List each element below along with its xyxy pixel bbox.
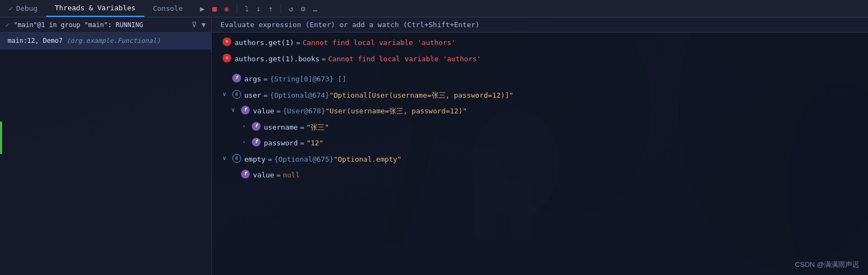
var-op-empty: = [268, 154, 272, 165]
check-icon: ✓ [9, 4, 13, 12]
var-op-username: = [300, 122, 305, 133]
mute-icon[interactable]: ◉ [222, 3, 231, 14]
left-panel: ✓ "main"@1 in group "main": RUNNING ⊽ ▼ … [0, 17, 212, 275]
thread-label: "main"@1 in group "main": RUNNING [14, 21, 143, 29]
step-over-icon[interactable]: ⤵ [243, 3, 251, 14]
tab-bar: ✓ Debug Threads & Variables Console [0, 0, 191, 17]
running-check-icon: ✓ [5, 21, 9, 29]
var-value-value: {User@678} [283, 106, 325, 117]
var-name-value: value [253, 106, 274, 117]
more-icon[interactable]: … [311, 3, 320, 14]
var-op-password: = [300, 138, 305, 149]
var-name-1: authors.get(1) [235, 37, 294, 48]
var-list: ✕ authors.get(1) = Cannot find local var… [212, 33, 868, 186]
var-value-user-str: "Optional[User(username=张三, password=12)… [330, 90, 514, 101]
var-name-null: value [253, 170, 274, 181]
var-row: › f args = {String[0]@673} [] [212, 71, 868, 87]
var-name-empty: empty [244, 154, 265, 165]
var-row: ∨ ≡ user = {Optional@674} "Optional[User… [212, 87, 868, 104]
dropdown-arrow-icon[interactable]: ▼ [201, 21, 206, 29]
var-value-empty: {Optional@675} [274, 154, 334, 165]
var-op-2: = [322, 54, 326, 65]
var-row: ✕ authors.get(1).books = Cannot find loc… [212, 51, 868, 67]
var-value-value-str: "User(username=张三, password=12)" [325, 106, 467, 117]
f-icon-null: f [241, 170, 250, 178]
var-value-args: {String[0]@673} [] [270, 74, 346, 85]
frame-item[interactable]: main:12, Demo7 (org.example.Functional) [0, 33, 211, 49]
frame-text: main:12, Demo7 (org.example.Functional) [8, 37, 161, 44]
step-out-icon[interactable]: ↑ [266, 3, 275, 14]
var-value-username: "张三" [306, 122, 329, 133]
var-row: ∨ f value = {User@678} "User(username=张三… [212, 103, 868, 119]
f-icon-value: f [241, 106, 250, 114]
var-name-username: username [264, 122, 298, 133]
debug-toolbar: ▶ ■ ◉ ⤵ ↓ ↑ ↺ ⚙ … [191, 3, 326, 14]
var-op-null: = [276, 170, 281, 181]
var-error-2: Cannot find local variable 'authors' [328, 54, 481, 65]
expand-password-icon[interactable]: › [242, 138, 249, 147]
separator-1 [237, 4, 237, 13]
var-op-1: = [296, 37, 301, 48]
stop-icon[interactable]: ■ [210, 3, 219, 14]
tab-threads[interactable]: Threads & Variables [46, 0, 144, 17]
thread-selector[interactable]: ✓ "main"@1 in group "main": RUNNING ⊽ ▼ [0, 17, 211, 33]
toolbar: ✓ Debug Threads & Variables Console ▶ ■ … [0, 0, 868, 17]
var-op-args: = [263, 74, 268, 85]
watermark: CSDN @满满雨声迟 [795, 260, 859, 270]
f-icon-args: f [232, 74, 241, 82]
var-value-null: null [283, 170, 300, 181]
list-icon-empty: ≡ [232, 154, 241, 163]
var-error-1: Cannot find local variable 'authors' [302, 37, 455, 48]
tab-debug[interactable]: ✓ Debug [0, 0, 46, 17]
step-into-icon[interactable]: ↓ [254, 3, 263, 14]
f-icon-password: f [252, 138, 261, 146]
expand-username-icon[interactable]: › [242, 122, 249, 131]
tab-console-label: Console [153, 4, 183, 12]
eval-label: Evaluate expression (Enter) or add a wat… [220, 21, 479, 29]
watermark-text: CSDN @满满雨声迟 [795, 260, 859, 268]
var-row: › f password = "12" [212, 135, 868, 151]
expand-value-icon[interactable]: ∨ [231, 106, 238, 115]
var-name-2: authors.get(1).books [235, 54, 320, 65]
error-icon-1: ✕ [223, 37, 231, 46]
frame-class: (org.example.Functional) [66, 37, 160, 44]
var-op-user: = [263, 90, 268, 101]
var-row: › f username = "张三" [212, 119, 868, 136]
resume-icon[interactable]: ▶ [198, 3, 206, 14]
spacer-1 [212, 67, 868, 71]
frame-location: main:12, Demo7 [8, 37, 66, 44]
tab-debug-label: Debug [16, 4, 37, 12]
var-row: ✕ authors.get(1) = Cannot find local var… [212, 35, 868, 51]
left-accent [0, 121, 2, 154]
var-value-user: {Optional@674} [270, 90, 330, 101]
var-name-user: user [244, 90, 261, 101]
separator-2 [281, 4, 281, 13]
settings-icon[interactable]: ⚙ [299, 3, 307, 14]
var-value-password: "12" [306, 138, 323, 149]
list-icon-user: ≡ [232, 90, 241, 99]
error-icon-2: ✕ [223, 54, 231, 62]
expand-empty-icon[interactable]: ∨ [223, 154, 229, 163]
tab-threads-label: Threads & Variables [55, 4, 136, 12]
f-icon-username: f [252, 122, 261, 131]
var-value-empty-str: "Optional.empty" [334, 154, 402, 165]
var-row: › f value = null [212, 167, 868, 183]
var-name-password: password [264, 138, 298, 149]
var-row: ∨ ≡ empty = {Optional@675} "Optional.emp… [212, 151, 868, 168]
tab-console[interactable]: Console [144, 0, 192, 17]
restart-icon[interactable]: ↺ [287, 3, 295, 14]
var-op-value: = [276, 106, 281, 117]
content-area: ✓ "main"@1 in group "main": RUNNING ⊽ ▼ … [0, 17, 868, 275]
expand-user-icon[interactable]: ∨ [223, 90, 229, 99]
right-panel[interactable]: Evaluate expression (Enter) or add a wat… [212, 17, 868, 275]
filter-icon[interactable]: ⊽ [192, 21, 197, 29]
var-name-args: args [244, 74, 261, 85]
eval-bar[interactable]: Evaluate expression (Enter) or add a wat… [212, 17, 868, 33]
